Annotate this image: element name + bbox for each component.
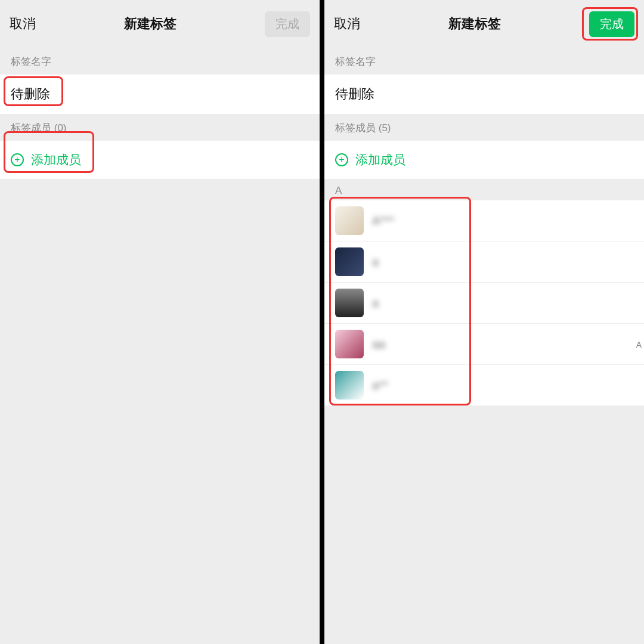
members-label: 标签成员 (0) (0, 114, 320, 141)
panel-right: 取消 新建标签 完成 标签名字 待删除 标签成员 (5) + 添加成员 A A*… (324, 0, 644, 644)
done-button-disabled: 完成 (265, 11, 310, 37)
header-right: 取消 新建标签 完成 (324, 0, 644, 48)
avatar (335, 330, 364, 358)
tag-name-label: 标签名字 (324, 48, 644, 75)
tag-name-input[interactable]: 待删除 (0, 75, 320, 114)
avatar (335, 247, 364, 276)
page-title: 新建标签 (124, 15, 177, 33)
add-member-button[interactable]: + 添加成员 (324, 141, 644, 179)
member-row[interactable]: a** (324, 365, 644, 405)
alphabet-index[interactable]: A (636, 340, 642, 349)
member-row[interactable]: aa (324, 324, 644, 365)
member-list: A*** a a aa a** (324, 200, 644, 405)
member-name: a (372, 255, 379, 269)
members-label: 标签成员 (5) (324, 114, 644, 141)
avatar (335, 371, 364, 400)
cancel-button[interactable]: 取消 (10, 15, 36, 33)
page-title: 新建标签 (448, 15, 501, 33)
member-name: a** (372, 379, 388, 392)
plus-icon: + (335, 153, 348, 166)
cancel-button[interactable]: 取消 (334, 15, 360, 33)
index-header-a: A (324, 179, 644, 200)
plus-icon: + (11, 153, 24, 166)
member-name: aa (372, 338, 385, 351)
tag-name-label: 标签名字 (0, 48, 320, 75)
avatar (335, 206, 364, 235)
panel-divider (320, 0, 324, 644)
header-left: 取消 新建标签 完成 (0, 0, 320, 48)
add-member-button[interactable]: + 添加成员 (0, 141, 320, 179)
avatar (335, 289, 364, 317)
member-name: A*** (372, 214, 394, 228)
member-row[interactable]: a (324, 242, 644, 283)
add-member-label: 添加成员 (31, 151, 81, 168)
tag-name-input[interactable]: 待删除 (324, 75, 644, 114)
done-button-enabled[interactable]: 完成 (589, 11, 634, 37)
member-row[interactable]: A*** (324, 200, 644, 242)
add-member-label: 添加成员 (355, 151, 405, 168)
member-row[interactable]: a (324, 283, 644, 324)
panel-left: 取消 新建标签 完成 标签名字 待删除 标签成员 (0) + 添加成员 (0, 0, 320, 644)
member-name: a (372, 296, 379, 310)
